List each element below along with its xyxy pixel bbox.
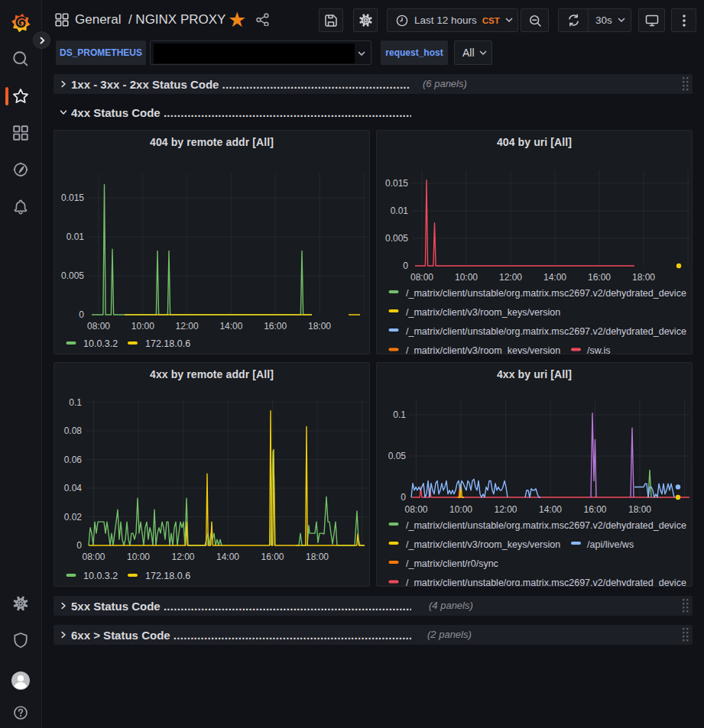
svg-text:/_matrix/client/v3/room_keys/v: /_matrix/client/v3/room_keys/version — [406, 345, 560, 354]
svg-text:0.02: 0.02 — [64, 512, 83, 523]
svg-text:10:00: 10:00 — [131, 321, 154, 332]
svg-text:/_matrix/client/unstable/org.m: /_matrix/client/unstable/org.matrix.msc2… — [406, 326, 686, 337]
svg-text:/_matrix/client/unstable/org.m: /_matrix/client/unstable/org.matrix.msc2… — [406, 578, 686, 587]
svg-text:0.05: 0.05 — [388, 451, 407, 461]
svg-text:/_matrix/client/unstable/org.m: /_matrix/client/unstable/org.matrix.msc2… — [406, 288, 686, 299]
svg-text:172.18.0.6: 172.18.0.6 — [145, 571, 190, 581]
svg-text:0.015: 0.015 — [61, 193, 84, 203]
svg-text:/_matrix/client/v3/room_keys/v: /_matrix/client/v3/room_keys/version — [406, 307, 560, 318]
svg-text:0.04: 0.04 — [64, 483, 83, 493]
svg-text:0: 0 — [401, 492, 406, 503]
svg-text:14:00: 14:00 — [216, 552, 239, 562]
svg-text:/_matrix/client/r0/sync: /_matrix/client/r0/sync — [406, 558, 498, 569]
svg-text:0.005: 0.005 — [385, 233, 408, 244]
svg-text:12:00: 12:00 — [171, 552, 194, 562]
svg-text:0: 0 — [403, 260, 408, 271]
svg-text:08:00: 08:00 — [404, 504, 427, 515]
svg-text:0.01: 0.01 — [67, 231, 85, 242]
svg-text:10:00: 10:00 — [455, 272, 478, 283]
svg-text:/_matrix/client/unstable/org.m: /_matrix/client/unstable/org.matrix.msc2… — [406, 520, 686, 531]
svg-text:0.08: 0.08 — [64, 425, 83, 436]
svg-text:16:00: 16:00 — [264, 321, 287, 332]
svg-text:0.015: 0.015 — [385, 178, 408, 189]
svg-text:172.18.0.6: 172.18.0.6 — [145, 338, 190, 349]
svg-text:10.0.3.2: 10.0.3.2 — [83, 571, 118, 581]
svg-text:16:00: 16:00 — [261, 552, 284, 562]
svg-text:18:00: 18:00 — [628, 504, 651, 515]
svg-text:08:00: 08:00 — [410, 272, 433, 283]
svg-text:10:00: 10:00 — [127, 552, 150, 562]
svg-text:/_matrix/client/v3/room_keys/v: /_matrix/client/v3/room_keys/version — [406, 539, 560, 550]
svg-text:14:00: 14:00 — [543, 272, 566, 283]
svg-text:16:00: 16:00 — [588, 272, 611, 283]
svg-text:18:00: 18:00 — [308, 321, 331, 332]
svg-text:0: 0 — [76, 540, 82, 551]
svg-text:0.1: 0.1 — [393, 409, 406, 420]
svg-text:18:00: 18:00 — [306, 552, 329, 562]
svg-text:12:00: 12:00 — [176, 321, 199, 332]
svg-text:0.1: 0.1 — [69, 397, 82, 408]
svg-text:10.0.3.2: 10.0.3.2 — [83, 338, 118, 349]
svg-text:12:00: 12:00 — [499, 272, 522, 283]
svg-text:18:00: 18:00 — [632, 272, 655, 283]
svg-text:08:00: 08:00 — [87, 321, 110, 332]
svg-text:0.005: 0.005 — [61, 270, 84, 281]
svg-text:14:00: 14:00 — [219, 321, 242, 332]
svg-text:16:00: 16:00 — [583, 504, 606, 515]
svg-text:/api/live/ws: /api/live/ws — [587, 539, 634, 550]
svg-text:12:00: 12:00 — [494, 504, 517, 515]
svg-text:/sw.js: /sw.js — [587, 345, 611, 354]
svg-text:08:00: 08:00 — [82, 552, 105, 562]
svg-text:0: 0 — [79, 309, 84, 320]
svg-text:10:00: 10:00 — [449, 504, 472, 515]
svg-text:0.06: 0.06 — [64, 455, 83, 465]
svg-text:0.01: 0.01 — [391, 205, 409, 216]
svg-text:14:00: 14:00 — [539, 504, 562, 515]
